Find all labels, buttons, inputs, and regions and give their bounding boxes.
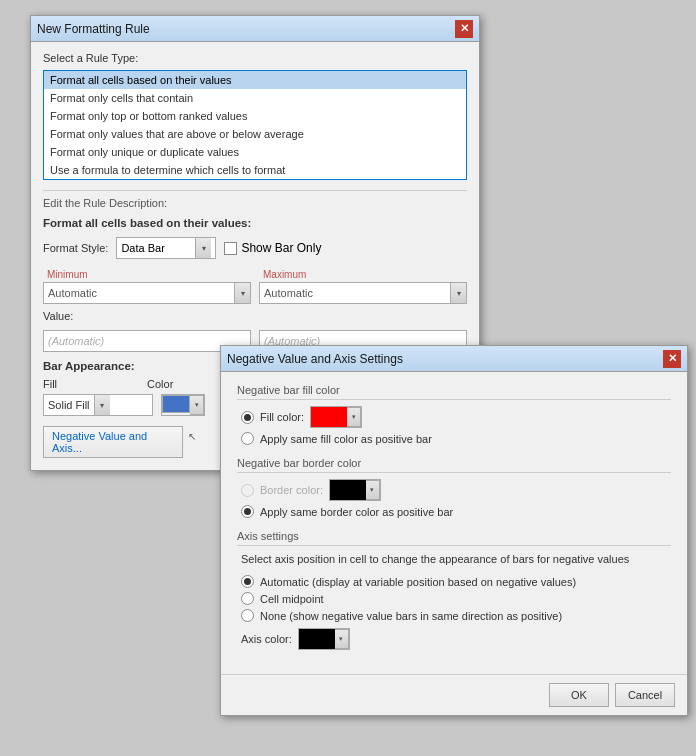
format-style-dropdown-arrow[interactable]: ▾ bbox=[195, 238, 211, 258]
same-border-color-label: Apply same border color as positive bar bbox=[260, 506, 453, 518]
fill-color-swatch-picker[interactable]: ▾ bbox=[310, 406, 362, 428]
axis-option-1-radio[interactable] bbox=[241, 592, 254, 605]
secondary-dialog-title: Negative Value and Axis Settings bbox=[227, 352, 403, 366]
ok-button[interactable]: OK bbox=[549, 683, 609, 707]
same-fill-color-radio-row: Apply same fill color as positive bar bbox=[237, 432, 671, 445]
axis-color-arrow[interactable]: ▾ bbox=[335, 629, 349, 649]
show-bar-only-row: Show Bar Only bbox=[224, 241, 321, 255]
secondary-dialog-footer: OK Cancel bbox=[221, 674, 687, 715]
border-color-radio-row: Border color: ▾ bbox=[237, 479, 671, 501]
minimum-col: Minimum Automatic ▾ bbox=[43, 269, 251, 304]
same-fill-color-label: Apply same fill color as positive bar bbox=[260, 433, 432, 445]
axis-option-1-row: Cell midpoint bbox=[237, 592, 671, 605]
axis-option-0-row: Automatic (display at variable position … bbox=[237, 575, 671, 588]
maximum-type-arrow[interactable]: ▾ bbox=[450, 283, 466, 303]
fill-color-radio-row: Fill color: ▾ bbox=[237, 406, 671, 428]
axis-description: Select axis position in cell to change t… bbox=[237, 552, 671, 567]
axis-option-2-row: None (show negative value bars in same d… bbox=[237, 609, 671, 622]
rule-list-item-1[interactable]: Format only cells that contain bbox=[44, 89, 466, 107]
negative-border-color-section: Negative bar border color Border color: … bbox=[237, 457, 671, 518]
main-dialog-title: New Formatting Rule bbox=[37, 22, 150, 36]
axis-option-2-label: None (show negative value bars in same d… bbox=[260, 610, 562, 622]
axis-color-swatch bbox=[299, 629, 335, 649]
maximum-type-value: Automatic bbox=[260, 283, 450, 303]
same-fill-color-radio[interactable] bbox=[241, 432, 254, 445]
axis-settings-section: Axis settings Select axis position in ce… bbox=[237, 530, 671, 650]
axis-settings-title: Axis settings bbox=[237, 530, 671, 546]
axis-color-swatch-picker[interactable]: ▾ bbox=[298, 628, 350, 650]
border-color-swatch-picker[interactable]: ▾ bbox=[329, 479, 381, 501]
fill-color-picker[interactable]: ▾ bbox=[161, 394, 205, 416]
border-color-swatch-arrow[interactable]: ▾ bbox=[366, 480, 380, 500]
format-style-value: Data Bar bbox=[121, 242, 191, 254]
fill-type-value: Solid Fill bbox=[44, 399, 94, 411]
color-header: Color bbox=[147, 378, 173, 390]
border-color-radio[interactable] bbox=[241, 484, 254, 497]
negative-fill-color-title: Negative bar fill color bbox=[237, 384, 671, 400]
edit-rule-label: Edit the Rule Description: bbox=[43, 190, 467, 209]
maximum-header: Maximum bbox=[259, 269, 467, 280]
main-dialog-titlebar: New Formatting Rule ✕ bbox=[31, 16, 479, 42]
secondary-dialog-close-button[interactable]: ✕ bbox=[663, 350, 681, 368]
maximum-col: Maximum Automatic ▾ bbox=[259, 269, 467, 304]
axis-option-2-radio[interactable] bbox=[241, 609, 254, 622]
negative-value-axis-button[interactable]: Negative Value and Axis... bbox=[43, 426, 183, 458]
maximum-type-select[interactable]: Automatic ▾ bbox=[259, 282, 467, 304]
fill-type-arrow[interactable]: ▾ bbox=[94, 395, 110, 415]
main-dialog-close-button[interactable]: ✕ bbox=[455, 20, 473, 38]
fill-color-radio[interactable] bbox=[241, 411, 254, 424]
rule-list-item-2[interactable]: Format only top or bottom ranked values bbox=[44, 107, 466, 125]
fill-color-swatch bbox=[162, 395, 190, 413]
cursor-indicator: ↖ bbox=[188, 431, 196, 442]
rule-list-item-5[interactable]: Use a formula to determine which cells t… bbox=[44, 161, 466, 179]
fill-color-swatch-red bbox=[311, 407, 347, 427]
axis-color-label: Axis color: bbox=[241, 633, 292, 645]
negative-border-color-title: Negative bar border color bbox=[237, 457, 671, 473]
secondary-dialog-content: Negative bar fill color Fill color: ▾ Ap… bbox=[221, 372, 687, 674]
fill-color-dropdown-arrow[interactable]: ▾ bbox=[190, 395, 204, 415]
show-bar-only-label: Show Bar Only bbox=[241, 241, 321, 255]
format-style-row: Format Style: Data Bar ▾ Show Bar Only bbox=[43, 237, 467, 259]
rule-type-label: Select a Rule Type: bbox=[43, 52, 467, 64]
fill-type-select[interactable]: Solid Fill ▾ bbox=[43, 394, 153, 416]
minimum-type-select[interactable]: Automatic ▾ bbox=[43, 282, 251, 304]
show-bar-only-checkbox[interactable] bbox=[224, 242, 237, 255]
axis-option-0-label: Automatic (display at variable position … bbox=[260, 576, 576, 588]
border-color-radio-label: Border color: bbox=[260, 484, 323, 496]
fill-color-radio-label: Fill color: bbox=[260, 411, 304, 423]
value-row: Value: bbox=[43, 310, 467, 324]
format-style-select[interactable]: Data Bar ▾ bbox=[116, 237, 216, 259]
min-max-row: Minimum Automatic ▾ Maximum Automatic ▾ bbox=[43, 269, 467, 304]
format-description: Format all cells based on their values: bbox=[43, 217, 467, 229]
axis-option-1-label: Cell midpoint bbox=[260, 593, 324, 605]
axis-option-0-radio[interactable] bbox=[241, 575, 254, 588]
minimum-type-value: Automatic bbox=[44, 283, 234, 303]
border-color-swatch-black bbox=[330, 480, 366, 500]
negative-fill-color-section: Negative bar fill color Fill color: ▾ Ap… bbox=[237, 384, 671, 445]
rule-list-item-3[interactable]: Format only values that are above or bel… bbox=[44, 125, 466, 143]
cancel-button[interactable]: Cancel bbox=[615, 683, 675, 707]
same-border-color-radio-row: Apply same border color as positive bar bbox=[237, 505, 671, 518]
secondary-dialog-titlebar: Negative Value and Axis Settings ✕ bbox=[221, 346, 687, 372]
fill-header: Fill bbox=[43, 378, 57, 390]
secondary-dialog: Negative Value and Axis Settings ✕ Negat… bbox=[220, 345, 688, 716]
fill-color-swatch-arrow[interactable]: ▾ bbox=[347, 407, 361, 427]
same-border-color-radio[interactable] bbox=[241, 505, 254, 518]
rule-type-list: Format all cells based on their values F… bbox=[43, 70, 467, 180]
minimum-type-arrow[interactable]: ▾ bbox=[234, 283, 250, 303]
minimum-header: Minimum bbox=[43, 269, 251, 280]
rule-list-item-0[interactable]: Format all cells based on their values bbox=[44, 71, 466, 89]
format-style-label: Format Style: bbox=[43, 242, 108, 254]
value-label: Value: bbox=[43, 310, 73, 322]
rule-list-item-4[interactable]: Format only unique or duplicate values bbox=[44, 143, 466, 161]
axis-color-row: Axis color: ▾ bbox=[237, 628, 671, 650]
